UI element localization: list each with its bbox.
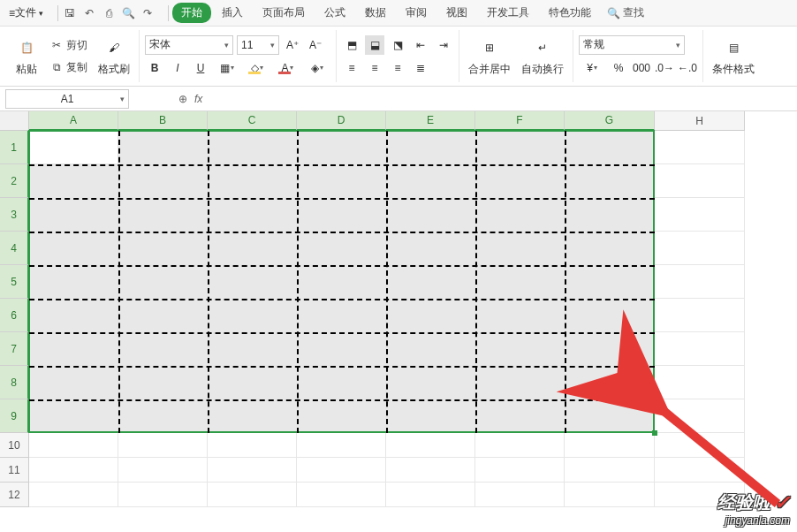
formula-input[interactable]: [209, 89, 797, 109]
underline-button[interactable]: U: [191, 58, 210, 78]
row-header[interactable]: 3: [0, 198, 29, 232]
cell[interactable]: [297, 399, 386, 433]
cell[interactable]: [565, 265, 655, 299]
cell[interactable]: [208, 232, 297, 265]
align-center-icon[interactable]: ≡: [365, 58, 384, 78]
cell[interactable]: [118, 131, 208, 164]
cell[interactable]: [29, 458, 118, 483]
row-header[interactable]: 6: [0, 299, 29, 332]
cell[interactable]: [475, 232, 565, 265]
cell[interactable]: [655, 433, 745, 458]
cell[interactable]: [386, 332, 475, 366]
row-header[interactable]: 10: [0, 433, 29, 458]
cell[interactable]: [565, 131, 655, 164]
cell[interactable]: [386, 198, 475, 232]
row-header[interactable]: 4: [0, 232, 29, 265]
cell[interactable]: [118, 433, 208, 458]
fill-color-button[interactable]: ◇▾: [244, 58, 270, 78]
column-header[interactable]: A: [29, 111, 118, 131]
cell[interactable]: [386, 483, 475, 507]
tab-page-layout[interactable]: 页面布局: [254, 2, 314, 24]
cell[interactable]: [565, 299, 655, 332]
italic-button[interactable]: I: [168, 58, 187, 78]
cell[interactable]: [475, 131, 565, 164]
more-font-button[interactable]: ◈▾: [304, 58, 330, 78]
row-header[interactable]: 5: [0, 265, 29, 299]
cell[interactable]: [297, 433, 386, 458]
cell[interactable]: [118, 164, 208, 198]
cell[interactable]: [208, 131, 297, 164]
copy-button[interactable]: ⧉复制: [46, 58, 91, 77]
cell[interactable]: [208, 366, 297, 399]
cell[interactable]: [297, 299, 386, 332]
tab-start[interactable]: 开始: [172, 3, 211, 23]
cell[interactable]: [655, 458, 745, 483]
merge-center-button[interactable]: ⊞ 合并居中: [465, 34, 514, 79]
cell[interactable]: [386, 265, 475, 299]
paste-button[interactable]: 📋 粘贴: [11, 34, 42, 79]
cell[interactable]: [118, 458, 208, 483]
preview-icon[interactable]: 🔍: [120, 5, 136, 21]
cell[interactable]: [118, 366, 208, 399]
cell[interactable]: [208, 483, 297, 507]
cell[interactable]: [386, 164, 475, 198]
row-header[interactable]: 1: [0, 131, 29, 164]
cell[interactable]: [29, 232, 118, 265]
percent-button[interactable]: %: [609, 58, 628, 78]
cell[interactable]: [208, 198, 297, 232]
cell[interactable]: [208, 433, 297, 458]
cell[interactable]: [297, 232, 386, 265]
align-top-icon[interactable]: ⬒: [342, 35, 361, 55]
wrap-text-button[interactable]: ↵ 自动换行: [518, 34, 567, 79]
cell[interactable]: [565, 458, 655, 483]
tab-review[interactable]: 审阅: [397, 2, 436, 24]
cell[interactable]: [565, 433, 655, 458]
fill-handle[interactable]: [652, 430, 657, 436]
cell[interactable]: [386, 299, 475, 332]
cell[interactable]: [29, 299, 118, 332]
decrease-font-icon[interactable]: A⁻: [306, 35, 325, 55]
cell[interactable]: [475, 433, 565, 458]
cell[interactable]: [208, 399, 297, 433]
cell[interactable]: [475, 332, 565, 366]
print-icon[interactable]: ⎙: [101, 5, 117, 21]
cell[interactable]: [297, 164, 386, 198]
column-header[interactable]: D: [297, 111, 386, 131]
select-all-corner[interactable]: [0, 111, 29, 131]
row-header[interactable]: 9: [0, 399, 29, 433]
cell[interactable]: [655, 198, 745, 232]
cell[interactable]: [565, 164, 655, 198]
column-header[interactable]: H: [655, 111, 745, 131]
number-format-select[interactable]: 常规▾: [579, 35, 685, 55]
tab-dev-tools[interactable]: 开发工具: [478, 2, 538, 24]
cell[interactable]: [29, 399, 118, 433]
cell[interactable]: [386, 433, 475, 458]
cell[interactable]: [475, 399, 565, 433]
cell[interactable]: [655, 483, 745, 507]
row-header[interactable]: 8: [0, 366, 29, 399]
cell[interactable]: [655, 164, 745, 198]
currency-button[interactable]: ¥▾: [579, 58, 605, 78]
font-color-button[interactable]: A▾: [274, 58, 300, 78]
cell[interactable]: [565, 399, 655, 433]
cell[interactable]: [297, 131, 386, 164]
cut-button[interactable]: ✂剪切: [46, 36, 91, 55]
row-header[interactable]: 2: [0, 164, 29, 198]
spreadsheet-grid[interactable]: ABCDEFGH123456789101112: [0, 111, 797, 532]
cells-area[interactable]: [29, 131, 745, 507]
cell[interactable]: [29, 433, 118, 458]
cell[interactable]: [118, 483, 208, 507]
cell[interactable]: [29, 332, 118, 366]
cell[interactable]: [386, 458, 475, 483]
cell[interactable]: [475, 483, 565, 507]
cell[interactable]: [118, 399, 208, 433]
column-header[interactable]: C: [208, 111, 297, 131]
cell[interactable]: [475, 164, 565, 198]
row-header[interactable]: 7: [0, 332, 29, 366]
align-middle-icon[interactable]: ⬓: [365, 35, 384, 55]
column-header[interactable]: F: [475, 111, 565, 131]
cell[interactable]: [208, 164, 297, 198]
cell[interactable]: [208, 299, 297, 332]
cell[interactable]: [208, 458, 297, 483]
format-painter-button[interactable]: 🖌 格式刷: [95, 34, 133, 79]
